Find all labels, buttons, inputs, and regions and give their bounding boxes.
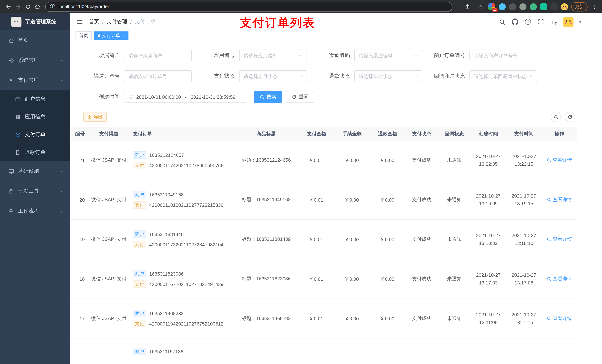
- share-icon[interactable]: [462, 2, 472, 11]
- record-icon: [15, 132, 21, 138]
- cell-order: 商户 1635311881440 支付 42000011732021102728…: [131, 228, 234, 251]
- cell-pay-status: 支付成功: [405, 276, 438, 282]
- credit-card-icon: [15, 96, 21, 102]
- filter-label: 支付状态: [194, 73, 239, 80]
- home-button[interactable]: [32, 2, 42, 11]
- merchant-tag: 商户: [133, 348, 146, 355]
- view-detail-link[interactable]: 查看详情: [547, 197, 572, 203]
- refresh-table-button[interactable]: [565, 112, 575, 122]
- sidebar-item-workflow[interactable]: 工作流程: [0, 201, 70, 221]
- breadcrumb-pay[interactable]: 支付管理: [107, 19, 127, 25]
- sidebar-item-home[interactable]: 首页: [0, 30, 70, 50]
- view-detail-link[interactable]: 查看详情: [547, 236, 572, 243]
- sidebar-item-app-info[interactable]: 应用信息: [0, 108, 70, 126]
- forward-button[interactable]: [13, 2, 23, 11]
- cell-id: 21: [70, 157, 87, 163]
- create-time-range-picker[interactable]: 2021-10-01 00:00:00 - 2021-10-31 23:59:5…: [124, 91, 246, 103]
- hamburger-icon[interactable]: [75, 18, 84, 26]
- extension-icon-green-circle[interactable]: [530, 3, 537, 10]
- extension-icon-drop[interactable]: [499, 3, 506, 10]
- active-dot: [98, 34, 100, 37]
- content: 所属商户 应用编号: [70, 42, 602, 364]
- github-icon[interactable]: [511, 18, 519, 26]
- refund-status-input[interactable]: [359, 73, 414, 79]
- pay-status-input[interactable]: [244, 73, 299, 79]
- cell-pay-time: 2021-10-2713:19:15: [506, 192, 542, 208]
- refund-status-select[interactable]: [354, 70, 422, 82]
- merchant-select[interactable]: [124, 50, 192, 62]
- merchant-tag: 商户: [133, 151, 146, 159]
- extension-badge: 10: [492, 8, 498, 12]
- app-select[interactable]: [239, 50, 307, 62]
- url-bar[interactable]: i localhost:1024/pay/order: [45, 2, 452, 12]
- table-row: 21 微信 JSAPI 支付 商户 1635312124657 支付 42000…: [70, 141, 577, 180]
- cell-action: 查看详情: [542, 276, 577, 282]
- bookmark-star-icon[interactable]: ☆: [475, 2, 485, 11]
- sidebar-item-pay-order[interactable]: 支付订单: [0, 126, 70, 144]
- caret-down-icon[interactable]: ▾: [579, 20, 581, 24]
- back-button[interactable]: [4, 2, 13, 11]
- col-header-notify-status: 回调状态: [438, 131, 471, 137]
- cell-title: 标题：1635311881439: [234, 236, 299, 243]
- cell-fee-amount: ¥ 0.00: [334, 197, 370, 203]
- tab-home[interactable]: 首页: [75, 31, 92, 40]
- browser-menu-kebab-icon[interactable]: ⋮: [591, 4, 598, 10]
- extension-icon-gray[interactable]: [519, 3, 527, 10]
- sidebar-item-pay[interactable]: ¥ 支付管理: [0, 70, 70, 90]
- sidebar-item-refund-order[interactable]: 退款订单: [0, 144, 70, 161]
- tab-label: 首页: [79, 32, 88, 39]
- reset-button[interactable]: 重置: [286, 91, 314, 103]
- sidebar-item-system[interactable]: 系统管理: [0, 50, 70, 70]
- channel-code-select[interactable]: [354, 50, 422, 62]
- channel-order-no-field[interactable]: [124, 70, 192, 82]
- merchant-tag: 商户: [133, 310, 146, 317]
- browser-update-button[interactable]: 更新: [571, 2, 588, 11]
- col-header-channel: 支付渠道: [87, 131, 131, 137]
- toggle-search-button[interactable]: [550, 112, 561, 122]
- pay-status-select[interactable]: [239, 70, 307, 82]
- tab-close-icon[interactable]: ×: [122, 33, 125, 38]
- chevron-down-icon: [60, 58, 64, 62]
- chevron-down-icon: [299, 74, 304, 78]
- tab-pay-order[interactable]: 支付订单 ×: [94, 31, 129, 40]
- fullscreen-icon[interactable]: [538, 18, 545, 26]
- cell-pay-amount: ¥ 0.01: [299, 157, 334, 163]
- view-detail-link[interactable]: 查看详情: [547, 315, 572, 322]
- extension-icon-green-square[interactable]: [540, 3, 547, 10]
- search-icon[interactable]: [498, 18, 506, 26]
- sidebar-item-merchant-info[interactable]: 商户信息: [0, 90, 70, 108]
- refresh-button[interactable]: [23, 2, 32, 11]
- extension-icon-palette[interactable]: 10: [488, 3, 495, 10]
- breadcrumb-home[interactable]: 首页: [89, 19, 99, 25]
- cell-refund-amount: ¥ 0.00: [370, 316, 405, 321]
- view-detail-link[interactable]: 查看详情: [547, 157, 572, 164]
- merchant-order-no-input[interactable]: [474, 53, 534, 58]
- notify-status-select[interactable]: [469, 70, 537, 82]
- search-button[interactable]: 搜索: [254, 91, 282, 103]
- cell-channel: 微信 JSAPI 支付: [87, 157, 131, 164]
- extension-icon-dark[interactable]: [509, 3, 516, 10]
- profile-avatar-icon[interactable]: [561, 3, 568, 10]
- col-header-action: 操作: [542, 131, 577, 137]
- site-info-icon[interactable]: i: [50, 4, 55, 9]
- channel-order-no-input[interactable]: [129, 73, 188, 79]
- app-select-input[interactable]: [244, 53, 299, 58]
- sidebar-item-dev-tools[interactable]: 研发工具: [0, 181, 70, 201]
- help-icon[interactable]: ?: [525, 18, 532, 26]
- export-button[interactable]: 导出: [83, 112, 107, 122]
- notify-status-input[interactable]: [474, 73, 529, 79]
- font-size-icon[interactable]: TT: [550, 18, 558, 26]
- merchant-tag: 商户: [133, 191, 146, 198]
- sidebar-item-infra[interactable]: 基础设施: [0, 161, 70, 181]
- col-header-refund-amount: 退款金额: [370, 131, 405, 137]
- merchant-order-no-field[interactable]: [469, 50, 537, 62]
- merchant-select-input[interactable]: [129, 53, 188, 58]
- extension-icon-puzzle[interactable]: [550, 3, 558, 10]
- clock-icon: [129, 94, 134, 100]
- export-button-label: 导出: [94, 114, 103, 120]
- cell-action: 查看详情: [542, 197, 577, 203]
- user-avatar[interactable]: [563, 17, 574, 27]
- page: i localhost:1024/pay/order ☆ 10 更新 ⋮: [0, 0, 602, 364]
- channel-code-input[interactable]: [359, 53, 414, 58]
- view-detail-link[interactable]: 查看详情: [547, 276, 572, 282]
